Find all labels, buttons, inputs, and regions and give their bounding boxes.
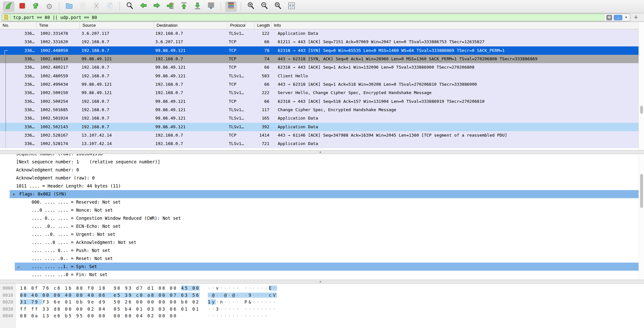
- packet-row[interactable]: 336…1002.50015099.86.49.121192.168.0.7TL…: [0, 89, 644, 97]
- zoom-reset-button[interactable]: [272, 1, 284, 12]
- hex-row[interactable]: 001000 40 00 00 40 00 40 06 e5 39 c0 a8 …: [0, 292, 644, 299]
- packet-row[interactable]: 336…1002.480217192.168.0.799.86.49.121TC…: [0, 63, 644, 72]
- packet-row[interactable]: 336…1002.52816713.107.42.14192.168.0.7TC…: [0, 131, 644, 140]
- resize-columns-button[interactable]: [286, 1, 297, 12]
- cell-no: 336…: [0, 106, 36, 114]
- packet-row[interactable]: 336…1002.49943499.86.49.121192.168.0.7TC…: [0, 80, 644, 89]
- detail-line[interactable]: Acknowledgment number: 0: [0, 166, 644, 174]
- column-header-time[interactable]: Time: [36, 22, 80, 29]
- apply-filter-button[interactable]: →: [614, 15, 622, 20]
- cell-dst: 3.6.207.117: [154, 38, 227, 46]
- detail-line[interactable]: .... ..0. .... = Urgent: Not set: [0, 230, 644, 238]
- packet-row[interactable]: 336…1002.501685192.168.0.799.86.49.121TL…: [0, 106, 644, 114]
- hex-ascii[interactable]: ··3····· ········: [208, 306, 277, 313]
- cell-src: 99.86.49.121: [80, 55, 154, 63]
- detail-line[interactable]: [Next sequence number: 1 (relative seque…: [0, 158, 644, 166]
- detail-line[interactable]: .... .... 0... = Push: Not set: [0, 246, 644, 255]
- packet-list-scroll-thumb[interactable]: [640, 106, 643, 114]
- detail-line[interactable]: Sequence number (raw): 2065041998: [0, 154, 644, 158]
- packet-row[interactable]: 336…1002.48011099.86.49.121192.168.0.7TC…: [0, 55, 644, 63]
- packet-row[interactable]: 336…1002.500254192.168.0.799.86.49.121TC…: [0, 97, 644, 106]
- packet-row[interactable]: 336…1002.501924192.168.0.799.86.49.121TL…: [0, 114, 644, 122]
- hex-offset: 0010: [3, 292, 13, 299]
- splitter-list-details[interactable]: [0, 150, 644, 154]
- column-header-protocol[interactable]: Protocol: [227, 22, 255, 29]
- hex-row[interactable]: 004008 0a 13 e6 b5 95 00 00 00 00 04 02 …: [0, 313, 644, 320]
- zoom-in-button[interactable]: [245, 1, 257, 12]
- cell-src: 99.86.49.121: [80, 89, 154, 97]
- toolbar-separator: [221, 2, 221, 11]
- hex-ascii[interactable]: ········ ······: [208, 313, 269, 320]
- packet-row[interactable]: 336…1002.480559192.168.0.799.86.49.121TL…: [0, 72, 644, 80]
- detail-line[interactable]: ▶.... .... ..1. = Syn: Set: [15, 263, 644, 271]
- hex-ascii[interactable]: 1y·n···· P&······: [208, 299, 277, 306]
- cell-no: 336…: [0, 29, 36, 38]
- hex-bytes[interactable]: 08 0a 13 e6 b5 95 00 00 00 00 04 02 00 0…: [20, 313, 177, 320]
- detail-line[interactable]: .... ...0 .... = Acknowledgment: Not set: [0, 238, 644, 246]
- close-file-button[interactable]: [91, 1, 102, 12]
- go-first-button[interactable]: [178, 1, 190, 12]
- stream-mark-icon: [5, 72, 6, 80]
- reload-file-button[interactable]: [104, 1, 116, 12]
- packet-row[interactable]: 336…1002.331620192.168.0.73.6.207.117TCP…: [0, 38, 644, 46]
- hex-row[interactable]: 0030ff ff 33 d8 00 00 02 04 05 b4 01 03 …: [0, 306, 644, 313]
- splitter-details-bytes[interactable]: [0, 280, 644, 284]
- packet-row[interactable]: 336…1002.52817413.107.42.14192.168.0.7TL…: [0, 140, 644, 148]
- detail-line[interactable]: 000. .... .... = Reserved: Not set: [0, 198, 644, 206]
- column-header-source[interactable]: Source: [80, 22, 154, 29]
- column-header-length[interactable]: Length: [255, 22, 271, 29]
- hex-bytes[interactable]: ff ff 33 d8 00 00 02 04 05 b4 01 03 03 0…: [20, 306, 200, 313]
- expander-right-icon[interactable]: ▶: [15, 263, 23, 271]
- column-header-no[interactable]: No.: [0, 22, 36, 29]
- cell-time: 1002.331478: [36, 29, 80, 38]
- packet-list-scrollbar[interactable]: [639, 22, 644, 150]
- hex-bytes[interactable]: 00 40 00 00 40 00 40 06 e5 39 c0 a8 00 0…: [20, 292, 200, 299]
- expander-down-icon[interactable]: ▼: [10, 190, 18, 198]
- detail-line[interactable]: .... 0... .... = Congestion Window Reduc…: [0, 214, 644, 222]
- cell-time: 1002.448050: [36, 46, 80, 55]
- detail-line[interactable]: ...0 .... .... = Nonce: Not set: [0, 206, 644, 214]
- add-filter-button-button[interactable]: +: [630, 14, 641, 21]
- go-back-button[interactable]: [138, 1, 149, 12]
- detail-line[interactable]: .... .... .0.. = Reset: Not set: [0, 255, 644, 263]
- column-header-info[interactable]: Info: [271, 22, 644, 29]
- save-file-button[interactable]: [77, 1, 89, 12]
- packet-row[interactable]: 336…1002.448050192.168.0.799.86.49.121TC…: [0, 46, 644, 55]
- hex-row[interactable]: 000018 0f 76 c6 1b 80 f0 18 98 93 d7 d1 …: [0, 285, 644, 292]
- column-header-destination[interactable]: Destination: [154, 22, 227, 29]
- packet-list: 336…1002.3314783.6.207.117192.168.0.7TLS…: [0, 29, 644, 150]
- display-filter-input[interactable]: tcp.port == 80 || udp.port == 80 ✕ → ▼: [2, 14, 630, 21]
- detail-line[interactable]: Acknowledgment number (raw): 0: [0, 174, 644, 182]
- restart-capture-button[interactable]: [30, 1, 42, 12]
- hex-bytes[interactable]: 31 79 f3 6e 01 bb 9e d9 50 26 00 00 00 0…: [20, 299, 200, 306]
- colorize-button[interactable]: [225, 1, 237, 12]
- packet-row[interactable]: 336…1002.502143192.168.0.799.86.49.121TL…: [0, 123, 644, 131]
- zoom-out-button[interactable]: [259, 1, 270, 12]
- details-scroll-thumb[interactable]: [640, 174, 643, 208]
- detail-line[interactable]: .... .0.. .... = ECN-Echo: Not set: [0, 222, 644, 230]
- go-last-button[interactable]: [192, 1, 203, 12]
- packet-row[interactable]: 336…1002.3314783.6.207.117192.168.0.7TLS…: [0, 29, 644, 38]
- hex-ascii[interactable]: ·@··@·@· ·9····cV: [208, 292, 277, 299]
- hex-bytes[interactable]: 18 0f 76 c6 1b 80 f0 18 98 93 d7 d1 08 0…: [20, 285, 200, 292]
- display-filter-value[interactable]: tcp.port == 80 || udp.port == 80: [11, 15, 604, 20]
- bookmark-icon[interactable]: [2, 14, 11, 21]
- stop-capture-button[interactable]: [16, 1, 28, 12]
- hex-ascii[interactable]: ··v····· ······E·: [208, 285, 277, 292]
- detail-line[interactable]: ▼Flags: 0x002 (SYN): [10, 190, 644, 198]
- auto-scroll-button[interactable]: [205, 1, 217, 12]
- filter-dropdown-caret-icon[interactable]: ▼: [625, 16, 628, 19]
- start-capture-button[interactable]: [3, 1, 14, 12]
- go-forward-button[interactable]: [151, 1, 163, 12]
- details-scrollbar[interactable]: [639, 154, 644, 280]
- clear-filter-button[interactable]: ✕: [606, 15, 612, 20]
- cell-proto: TCP: [227, 46, 255, 55]
- cell-src: 99.86.49.121: [80, 80, 154, 89]
- capture-options-button[interactable]: ⚙: [43, 1, 55, 12]
- go-to-packet-button[interactable]: [165, 1, 176, 12]
- detail-line[interactable]: .... .... ...0 = Fin: Not set: [0, 271, 644, 279]
- open-file-button[interactable]: [63, 1, 75, 12]
- hex-row[interactable]: 002031 79 f3 6e 01 bb 9e d9 50 26 00 00 …: [0, 299, 644, 306]
- detail-line[interactable]: 1011 .... = Header Length: 44 bytes (11): [0, 182, 644, 190]
- find-packet-button[interactable]: [124, 1, 136, 12]
